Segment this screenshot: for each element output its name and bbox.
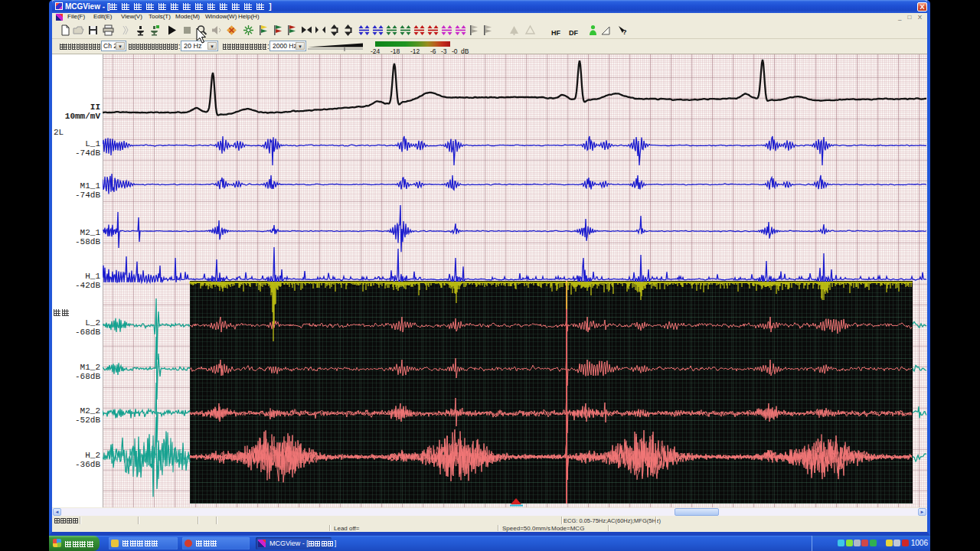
svg-text:?: ? bbox=[622, 28, 627, 36]
